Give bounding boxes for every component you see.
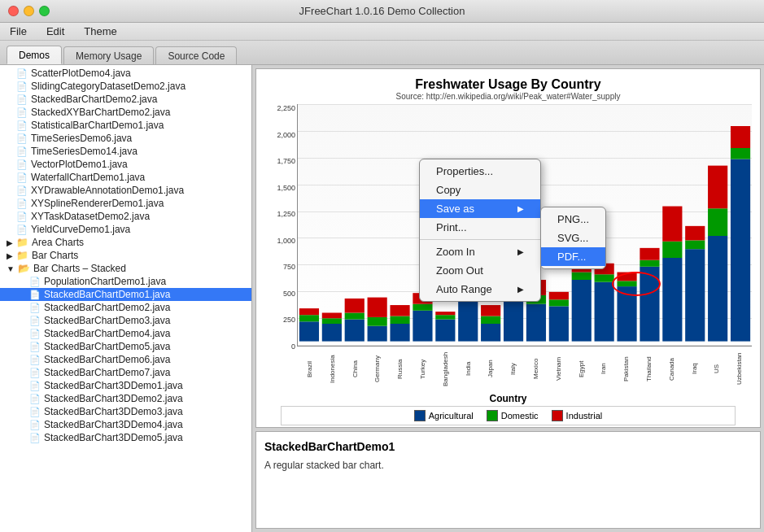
folder-bar-charts[interactable]: ▶ 📁 Bar Charts xyxy=(0,249,251,262)
list-item[interactable]: 📄 WaterfallChartDemo1.java xyxy=(0,171,251,184)
submenu-arrow-icon-range: ▶ xyxy=(517,285,524,294)
list-item[interactable]: 📄 StackedBarChart3DDemo3.java xyxy=(0,405,251,418)
list-item[interactable]: 📄 TimeSeriesDemo6.java xyxy=(0,132,251,145)
svg-rect-9 xyxy=(368,326,387,342)
maximize-button[interactable] xyxy=(39,6,50,16)
svg-rect-59 xyxy=(731,126,750,148)
ctx-svg[interactable]: SVG... xyxy=(541,229,605,247)
list-item[interactable]: 📄 XYDrawableAnnotationDemo1.java xyxy=(0,184,251,197)
svg-rect-2 xyxy=(299,308,319,315)
svg-rect-47 xyxy=(640,248,659,260)
ctx-pdf[interactable]: PDF... xyxy=(541,247,605,266)
menu-theme[interactable]: Theme xyxy=(81,25,120,37)
list-item[interactable]: 📄 StackedBarChart3DDemo2.java xyxy=(0,392,251,405)
svg-rect-57 xyxy=(731,159,750,342)
legend-industrial: Industrial xyxy=(552,410,603,421)
ctx-auto-range[interactable]: Auto Range ▶ xyxy=(420,280,540,299)
svg-rect-33 xyxy=(549,306,569,341)
list-item[interactable]: 📄 ScatterPlotDemo4.java xyxy=(0,67,251,80)
folder-bar-charts-stacked[interactable]: ▼ 📂 Bar Charts – Stacked xyxy=(0,262,251,275)
svg-rect-12 xyxy=(390,324,409,342)
svg-rect-15 xyxy=(413,311,432,342)
menu-file[interactable]: File xyxy=(7,25,30,37)
svg-rect-11 xyxy=(368,298,387,317)
file-list[interactable]: 📄 ScatterPlotDemo4.java 📄 SlidingCategor… xyxy=(0,65,251,532)
file-icon: 📄 xyxy=(16,146,28,157)
ctx-copy[interactable]: Copy xyxy=(420,181,540,199)
file-icon: 📄 xyxy=(29,407,41,417)
list-item[interactable]: 📄 XYTaskDatasetDemo2.java xyxy=(0,210,251,223)
list-item[interactable]: 📄 StackedBarChartDemo2.java xyxy=(0,93,251,106)
chart-area: Freshwater Usage By Country Source: http… xyxy=(255,68,761,428)
info-description: A regular stacked bar chart. xyxy=(264,460,752,471)
legend-agricultural: Agricultural xyxy=(414,410,474,421)
file-icon: 📄 xyxy=(29,303,41,313)
ctx-save-as[interactable]: Save as ▶ xyxy=(420,199,540,218)
menu-edit[interactable]: Edit xyxy=(43,25,68,37)
list-item[interactable]: 📄 TimeSeriesDemo14.java xyxy=(0,145,251,158)
svg-rect-35 xyxy=(549,292,569,299)
legend-label-agricultural: Agricultural xyxy=(429,411,474,421)
tab-memory-usage[interactable]: Memory Usage xyxy=(63,46,154,64)
folder-area-charts[interactable]: ▶ 📁 Area Charts xyxy=(0,236,251,249)
svg-rect-10 xyxy=(368,317,387,326)
ctx-png[interactable]: PNG... xyxy=(541,210,605,229)
list-item[interactable]: 📄 StatisticalBarChartDemo1.java xyxy=(0,119,251,132)
chart-title: Freshwater Usage By Country xyxy=(264,77,752,92)
ctx-zoom-in[interactable]: Zoom In ▶ xyxy=(420,242,540,261)
save-as-submenu: PNG... SVG... PDF... xyxy=(540,207,606,269)
svg-rect-55 xyxy=(708,208,727,236)
list-item-selected[interactable]: 📄 StackedBarChartDemo1.java xyxy=(0,288,251,301)
list-item[interactable]: 📄 StackedBarChartDemo3.java xyxy=(0,314,251,327)
list-item[interactable]: 📄 StackedBarChartDemo4.java xyxy=(0,327,251,340)
tab-demos[interactable]: Demos xyxy=(7,46,62,64)
ctx-properties[interactable]: Properties... xyxy=(420,162,540,181)
list-item[interactable]: 📄 StackedXYBarChartDemo2.java xyxy=(0,106,251,119)
left-panel: 📄 ScatterPlotDemo4.java 📄 SlidingCategor… xyxy=(0,65,252,532)
file-icon: 📄 xyxy=(29,368,41,378)
ctx-zoom-out[interactable]: Zoom Out xyxy=(420,261,540,280)
list-item[interactable]: 📄 SlidingCategoryDatasetDemo2.java xyxy=(0,80,251,93)
file-icon: 📄 xyxy=(29,277,41,287)
tab-source-code[interactable]: Source Code xyxy=(155,46,237,64)
folder-open-icon: 📂 xyxy=(18,263,30,274)
file-icon: 📄 xyxy=(29,342,41,352)
list-item[interactable]: 📄 StackedBarChart3DDemo5.java xyxy=(0,431,251,444)
svg-rect-42 xyxy=(617,286,636,342)
svg-rect-30 xyxy=(526,304,546,342)
list-item[interactable]: 📄 XYSplineRendererDemo1.java xyxy=(0,197,251,210)
folder-arrow-icon: ▶ xyxy=(7,251,13,260)
file-icon: 📄 xyxy=(29,394,41,404)
svg-rect-36 xyxy=(572,280,592,342)
svg-rect-34 xyxy=(549,299,569,306)
ctx-print[interactable]: Print... xyxy=(420,218,540,237)
list-item[interactable]: 📄 StackedBarChart3DDemo4.java xyxy=(0,418,251,431)
svg-rect-58 xyxy=(731,148,750,159)
title-bar: JFreeChart 1.0.16 Demo Collection xyxy=(0,0,764,23)
svg-rect-8 xyxy=(345,299,365,313)
svg-rect-7 xyxy=(345,313,365,320)
file-icon: 📄 xyxy=(29,381,41,391)
legend-domestic: Domestic xyxy=(487,410,539,421)
svg-rect-0 xyxy=(299,321,319,341)
file-icon: 📄 xyxy=(16,198,28,209)
svg-rect-53 xyxy=(685,226,705,241)
list-item[interactable]: 📄 PopulationChartDemo1.java xyxy=(0,275,251,288)
x-axis-labels: Brazil Indonesia China Germany Russia Tu… xyxy=(298,347,752,391)
folder-icon: 📁 xyxy=(16,250,28,261)
close-button[interactable] xyxy=(8,6,19,16)
submenu-arrow-icon: ▶ xyxy=(517,204,524,213)
context-menu: Properties... Copy Save as ▶ Print... Zo… xyxy=(419,159,541,302)
list-item[interactable]: 📄 StackedBarChartDemo6.java xyxy=(0,353,251,366)
svg-rect-16 xyxy=(413,304,432,311)
list-item[interactable]: 📄 StackedBarChartDemo7.java xyxy=(0,366,251,379)
list-item[interactable]: 📄 StackedBarChart3DDemo1.java xyxy=(0,379,251,392)
list-item[interactable]: 📄 YieldCurveDemo1.java xyxy=(0,223,251,236)
x-axis-title: Country xyxy=(264,393,752,404)
list-item[interactable]: 📄 StackedBarChartDemo5.java xyxy=(0,340,251,353)
list-item[interactable]: 📄 StackedBarChartDemo2.java xyxy=(0,301,251,314)
svg-rect-26 xyxy=(481,305,500,316)
list-item[interactable]: 📄 VectorPlotDemo1.java xyxy=(0,158,251,171)
minimize-button[interactable] xyxy=(24,6,34,16)
svg-rect-43 xyxy=(617,281,636,286)
